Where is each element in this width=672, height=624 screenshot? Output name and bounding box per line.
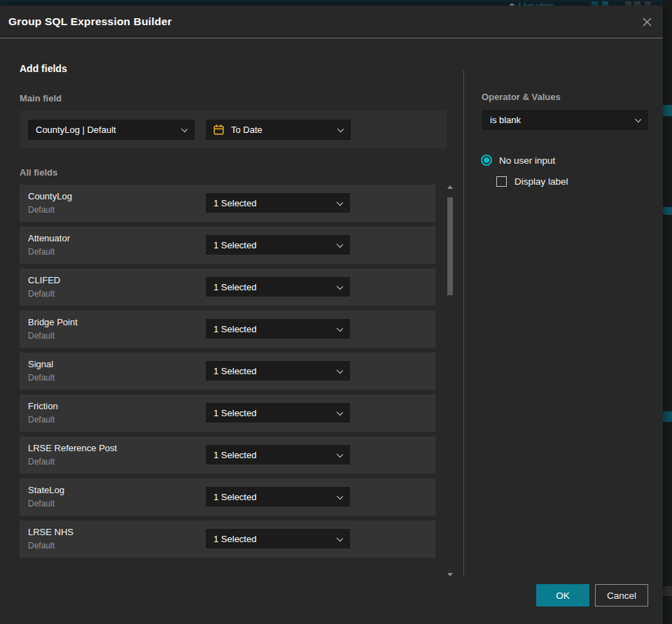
field-name: Friction	[28, 401, 58, 411]
main-field-panel: CountyLog | Default To Date	[20, 111, 447, 148]
dialog-header: Group SQL Expression Builder	[0, 6, 663, 38]
no-user-input-radio[interactable]: No user input	[481, 155, 555, 166]
field-selection-value: 1 Selected	[214, 240, 256, 250]
all-fields-list: CountyLog Default 1 Selected Attenuator …	[20, 185, 435, 562]
field-selection-dropdown[interactable]: 1 Selected	[206, 487, 350, 506]
field-selection-value: 1 Selected	[214, 198, 256, 208]
scrollbar-thumb[interactable]	[447, 197, 453, 295]
operator-select-value: is blank	[490, 115, 521, 125]
field-selection-dropdown[interactable]: 1 Selected	[206, 403, 350, 423]
cancel-button[interactable]: Cancel	[595, 584, 648, 607]
field-subtitle: Default	[28, 331, 55, 341]
group-sql-expression-builder-dialog: Group SQL Expression Builder Add fields …	[0, 6, 663, 624]
field-selection-dropdown[interactable]: 1 Selected	[206, 235, 350, 255]
field-name: Signal	[28, 359, 53, 369]
field-selection-value: 1 Selected	[214, 324, 256, 334]
background-fragment	[663, 586, 672, 596]
field-selection-dropdown[interactable]: 1 Selected	[206, 319, 350, 339]
background-app-topbar: Live view	[0, 0, 672, 6]
main-field-select[interactable]: CountyLog | Default	[28, 120, 195, 140]
field-row-lrse-nhs: LRSE NHS Default 1 Selected	[20, 520, 435, 558]
main-field-label: Main field	[20, 93, 62, 104]
field-row-friction: Friction Default 1 Selected	[20, 395, 435, 432]
field-subtitle: Default	[28, 373, 55, 383]
field-subtitle: Default	[28, 205, 55, 215]
checkbox-unchecked-icon	[496, 176, 507, 187]
field-selection-dropdown[interactable]: 1 Selected	[206, 193, 350, 213]
field-subtitle: Default	[28, 499, 55, 509]
field-name: LRSE Reference Post	[28, 443, 117, 453]
field-name: StateLog	[28, 485, 64, 495]
background-fragment	[663, 207, 672, 215]
calendar-icon	[213, 124, 225, 136]
field-row-signal: Signal Default 1 Selected	[20, 353, 435, 390]
background-fragment	[663, 105, 672, 116]
field-subtitle: Default	[28, 541, 55, 551]
field-name: LRSE NHS	[28, 527, 74, 537]
operator-values-label: Operator & Values	[482, 92, 561, 102]
chevron-down-icon	[181, 126, 188, 132]
field-row-bridge-point: Bridge Point Default 1 Selected	[20, 311, 435, 348]
main-field-select-value: CountyLog | Default	[36, 125, 116, 135]
chevron-down-icon	[337, 367, 343, 374]
field-row-statelog: StateLog Default 1 Selected	[20, 478, 435, 516]
field-selection-value: 1 Selected	[214, 492, 256, 502]
field-selection-value: 1 Selected	[214, 534, 256, 544]
scroll-up-icon[interactable]	[447, 183, 454, 190]
operator-select[interactable]: is blank	[482, 110, 648, 130]
field-row-clifed: CLIFED Default 1 Selected	[20, 269, 435, 306]
background-app-right-edge	[663, 0, 672, 624]
field-subtitle: Default	[28, 415, 55, 425]
field-row-countylog: CountyLog Default 1 Selected	[20, 185, 435, 222]
chevron-down-icon	[337, 126, 344, 132]
chevron-down-icon	[337, 493, 343, 499]
chevron-down-icon	[337, 535, 343, 541]
field-row-lrse-reference-post: LRSE Reference Post Default 1 Selected	[20, 437, 435, 474]
chevron-down-icon	[337, 241, 343, 248]
main-field-type-select[interactable]: To Date	[206, 120, 351, 140]
field-row-attenuator: Attenuator Default 1 Selected	[20, 227, 435, 264]
no-user-input-label: No user input	[499, 155, 555, 166]
all-fields-label: All fields	[20, 167, 57, 178]
close-icon[interactable]	[638, 13, 656, 31]
chevron-down-icon	[337, 409, 343, 416]
chevron-down-icon	[337, 199, 343, 206]
field-name: CountyLog	[28, 191, 72, 201]
radio-selected-icon	[481, 155, 492, 166]
main-field-type-value: To Date	[231, 125, 262, 135]
field-subtitle: Default	[28, 457, 55, 467]
field-name: Attenuator	[28, 233, 70, 243]
field-selection-value: 1 Selected	[214, 450, 256, 460]
add-fields-heading: Add fields	[20, 63, 67, 74]
chevron-down-icon	[337, 451, 343, 458]
dialog-title: Group SQL Expression Builder	[8, 15, 172, 28]
field-selection-dropdown[interactable]: 1 Selected	[206, 361, 350, 381]
chevron-down-icon	[635, 116, 641, 122]
field-selection-value: 1 Selected	[214, 282, 256, 292]
field-name: CLIFED	[28, 275, 60, 285]
field-selection-value: 1 Selected	[214, 408, 256, 418]
list-scrollbar[interactable]	[447, 183, 454, 578]
field-subtitle: Default	[28, 247, 55, 257]
panel-divider	[463, 70, 464, 576]
field-selection-dropdown[interactable]: 1 Selected	[206, 445, 350, 465]
field-name: Bridge Point	[28, 317, 78, 327]
display-label-text: Display label	[514, 176, 568, 187]
field-selection-value: 1 Selected	[214, 366, 256, 376]
background-fragment	[663, 411, 672, 422]
chevron-down-icon	[337, 325, 343, 332]
ok-button[interactable]: OK	[536, 584, 589, 607]
field-selection-dropdown[interactable]: 1 Selected	[206, 277, 350, 297]
field-subtitle: Default	[28, 289, 55, 299]
scroll-down-icon[interactable]	[447, 571, 454, 578]
chevron-down-icon	[337, 283, 343, 290]
field-selection-dropdown[interactable]: 1 Selected	[206, 529, 350, 548]
display-label-checkbox[interactable]: Display label	[496, 176, 568, 187]
